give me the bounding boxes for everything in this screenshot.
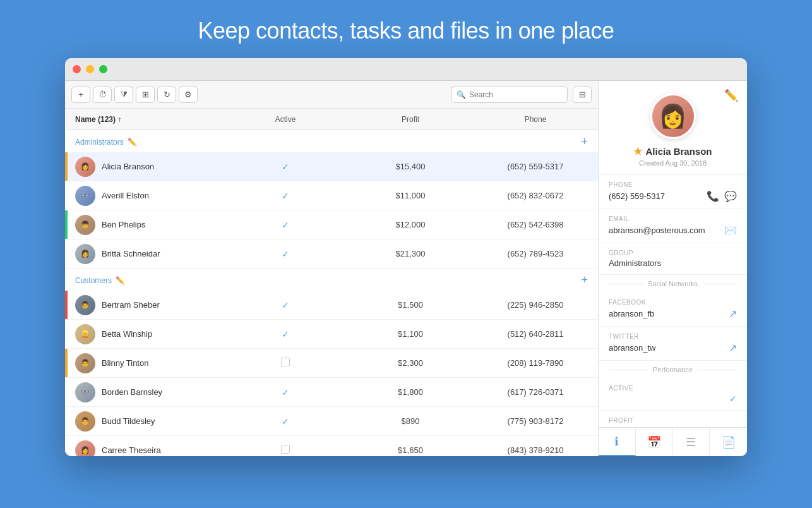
info-icon: ℹ <box>614 435 619 449</box>
search-icon: 🔍 <box>457 90 466 99</box>
table-row[interactable]: 👱 Betta Winship ✓ $1,100 (512) 640-2811 <box>65 320 598 349</box>
edit-customers-icon[interactable]: ✏️ <box>116 276 125 285</box>
active-cell: ✓ <box>223 416 348 426</box>
check-icon: ✓ <box>282 162 289 172</box>
avatar: 👩 <box>75 157 95 177</box>
message-icon[interactable]: 💬 <box>724 190 737 202</box>
contact-full-name: Alicia Branson <box>645 146 712 157</box>
group-customers: Customers ✏️ + <box>65 269 598 291</box>
table-body: Administrators ✏️ + 👩 Alicia Branson ✓ $… <box>65 130 598 456</box>
calendar-icon: 📅 <box>647 435 661 449</box>
phone-cell: (512) 640-2811 <box>473 329 598 339</box>
search-box: 🔍 <box>451 87 568 103</box>
table-row[interactable]: 👩 Carree Theseira $1,650 (843) 378-9210 <box>65 436 598 456</box>
email-value: abranson@posterous.com ✉️ <box>609 224 737 236</box>
app-window: + ⏱ ⧩ ⊞ ↻ ⚙ 🔍 ⊟ Name (123) ↑ Active Prof… <box>65 58 747 456</box>
check-empty-icon <box>281 445 290 454</box>
tab-calendar[interactable]: 📅 <box>636 428 673 456</box>
twitter-value: abranson_tw ↗ <box>609 342 737 354</box>
tab-files[interactable]: 📄 <box>710 428 747 456</box>
table-row[interactable]: 👓 Borden Barnsley ✓ $1,800 (617) 726-037… <box>65 378 598 407</box>
table-row[interactable]: 👩 Britta Schneidar ✓ $21,300 (652) 789-4… <box>65 239 598 269</box>
avatar: 👨 <box>75 295 95 315</box>
tasks-icon: ☰ <box>686 435 696 449</box>
share-facebook-icon[interactable]: ↗ <box>729 308 737 320</box>
detail-header: ✏️ 👩 ★ Alicia Branson Created Aug 30, 20… <box>599 81 747 175</box>
search-input[interactable] <box>469 90 562 99</box>
check-icon: ✓ <box>282 416 289 426</box>
files-icon: 📄 <box>722 435 736 449</box>
close-button[interactable] <box>73 65 81 73</box>
active-cell: ✓ <box>223 300 348 310</box>
group-label: GROUP <box>609 250 737 257</box>
name-cell: 👩 Carree Theseira <box>65 440 223 457</box>
table-row[interactable]: 👨 Budd Tildesley ✓ $890 (775) 903-8172 <box>65 407 598 436</box>
settings-button[interactable]: ⚙ <box>179 87 198 103</box>
bottom-tabs: ℹ 📅 ☰ 📄 <box>599 427 747 456</box>
phone-cell: (843) 378-9210 <box>473 445 598 455</box>
headline: Keep contacts, tasks and files in one pl… <box>198 0 614 58</box>
call-icon[interactable]: 📞 <box>707 190 719 202</box>
social-divider: Social Networks <box>599 275 747 293</box>
add-administrator-button[interactable]: + <box>581 135 588 148</box>
tab-tasks[interactable]: ☰ <box>673 428 710 456</box>
tab-info[interactable]: ℹ <box>599 428 636 456</box>
facebook-handle: abranson_fb <box>609 309 654 318</box>
add-button[interactable]: + <box>71 87 90 103</box>
facebook-section: FACEBOOK abranson_fb ↗ <box>599 293 747 327</box>
social-divider-label: Social Networks <box>648 280 698 287</box>
active-section: ACTIVE ✓ <box>599 378 747 411</box>
active-cell: ✓ <box>223 249 348 259</box>
check-empty-icon <box>281 358 290 366</box>
contact-name: Budd Tildesley <box>102 416 155 426</box>
name-cell: 👱 Betta Winship <box>65 324 223 344</box>
share-twitter-icon[interactable]: ↗ <box>729 342 737 354</box>
edit-contact-icon[interactable]: ✏️ <box>724 88 738 102</box>
star-icon: ★ <box>633 145 642 157</box>
profit-cell: $1,800 <box>348 387 473 397</box>
phone-number: (652) 559-5317 <box>609 191 665 201</box>
table-row[interactable]: 👨 Bertram Sheber ✓ $1,500 (225) 946-2850 <box>65 291 598 320</box>
profit-cell: $12,000 <box>348 220 473 229</box>
avatar: 👩 <box>75 440 95 457</box>
name-cell: 👓 Averill Elston <box>65 186 223 206</box>
mail-icon[interactable]: ✉️ <box>724 224 737 236</box>
app-body: + ⏱ ⧩ ⊞ ↻ ⚙ 🔍 ⊟ Name (123) ↑ Active Prof… <box>65 81 747 456</box>
minimize-button[interactable] <box>86 65 94 73</box>
phone-cell: (652) 559-5317 <box>473 162 598 171</box>
active-cell <box>223 445 348 456</box>
twitter-section: TWITTER abranson_tw ↗ <box>599 327 747 361</box>
email-address: abranson@posterous.com <box>609 226 705 235</box>
edit-group-icon[interactable]: ✏️ <box>128 138 137 147</box>
title-bar <box>65 58 747 81</box>
contact-name: Averill Elston <box>102 191 149 200</box>
table-row[interactable]: 👩 Alicia Branson ✓ $15,400 (652) 559-531… <box>65 152 598 181</box>
detail-body: PHONE (652) 559-5317 📞 💬 EMAIL abranson@… <box>599 175 747 427</box>
add-customer-button[interactable]: + <box>581 274 588 287</box>
avatar: 👦 <box>75 215 95 235</box>
maximize-button[interactable] <box>99 65 107 73</box>
twitter-label: TWITTER <box>609 333 737 340</box>
refresh-button[interactable]: ↻ <box>157 87 176 103</box>
table-row[interactable]: 👦 Ben Phelips ✓ $12,000 (652) 542-6398 <box>65 210 598 239</box>
performance-divider: Performance <box>599 361 747 378</box>
col-name[interactable]: Name (123) ↑ <box>65 115 223 124</box>
name-cell: 👦 Ben Phelips <box>65 215 223 235</box>
facebook-value: abranson_fb ↗ <box>609 308 737 320</box>
table-row[interactable]: 👓 Averill Elston ✓ $11,000 (652) 832-067… <box>65 181 598 210</box>
detail-created: Created Aug 30, 2018 <box>639 159 707 167</box>
profit-section: PROFIT $15,400 <box>599 411 747 427</box>
phone-actions: 📞 💬 <box>707 190 737 202</box>
save-view-button[interactable]: ⊟ <box>573 87 592 103</box>
phone-cell: (208) 119-7890 <box>473 358 598 368</box>
group-customers-title: Customers ✏️ <box>75 276 125 285</box>
filter-button[interactable]: ⧩ <box>114 87 133 103</box>
grid-button[interactable]: ⊞ <box>136 87 155 103</box>
group-administrators-title: Administrators ✏️ <box>75 138 137 147</box>
detail-name: ★ Alicia Branson <box>633 145 712 157</box>
history-button[interactable]: ⏱ <box>93 87 112 103</box>
table-row[interactable]: 👨 Blinny Tinton $2,300 (208) 119-7890 <box>65 349 598 378</box>
phone-cell: (775) 903-8172 <box>473 416 598 426</box>
active-check-icon: ✓ <box>729 394 737 404</box>
performance-divider-label: Performance <box>653 366 693 373</box>
